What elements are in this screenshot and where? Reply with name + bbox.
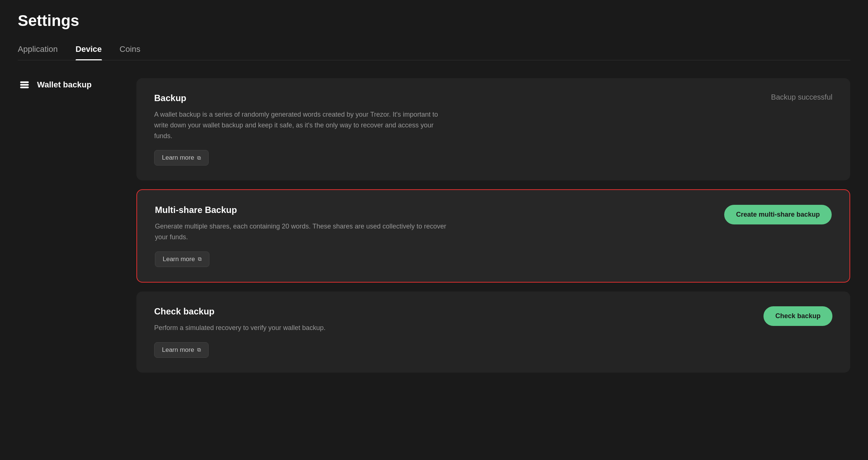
content-area: Backup A wallet backup is a series of ra… [136,78,850,442]
create-multishare-backup-button[interactable]: Create multi-share backup [724,205,832,224]
svg-rect-1 [21,84,29,85]
page-title: Settings [18,12,850,30]
multishare-learn-more-label: Learn more [163,256,195,263]
sidebar: Wallet backup [18,78,136,442]
backup-card-left: Backup A wallet backup is a series of ra… [154,93,451,166]
tab-device[interactable]: Device [76,40,102,60]
multishare-learn-more-button[interactable]: Learn more ⧉ [155,251,209,267]
check-backup-card-right: Check backup [729,306,832,326]
sidebar-item-wallet-backup[interactable]: Wallet backup [18,78,136,91]
app-container: Settings Application Device Coins Wallet… [0,0,868,460]
check-backup-card: Check backup Perform a simulated recover… [136,291,850,373]
svg-rect-2 [21,87,29,88]
header: Settings Application Device Coins [0,0,868,60]
backup-card-description: A wallet backup is a series of randomly … [154,109,451,141]
multishare-card-description: Generate multiple shares, each containin… [155,221,451,243]
backup-card-right: Backup successful [729,93,832,101]
tab-application[interactable]: Application [18,40,58,60]
multishare-card-title: Multi-share Backup [155,205,451,215]
check-backup-card-title: Check backup [154,306,451,317]
check-backup-external-link-icon: ⧉ [197,347,201,353]
multishare-card-right: Create multi-share backup [724,205,832,224]
multishare-card-left: Multi-share Backup Generate multiple sha… [155,205,451,267]
list-icon [18,78,31,91]
check-backup-button[interactable]: Check backup [763,306,832,326]
backup-status: Backup successful [771,93,832,101]
multishare-backup-card: Multi-share Backup Generate multiple sha… [136,189,850,283]
backup-card: Backup A wallet backup is a series of ra… [136,78,850,180]
sidebar-item-label: Wallet backup [37,80,92,90]
tabs-nav: Application Device Coins [18,40,850,60]
check-backup-card-description: Perform a simulated recovery to verify y… [154,323,451,333]
external-link-icon: ⧉ [197,155,201,161]
svg-rect-0 [21,82,29,83]
check-backup-learn-more-button[interactable]: Learn more ⧉ [154,342,209,358]
backup-learn-more-button[interactable]: Learn more ⧉ [154,150,209,166]
main-content: Wallet backup Backup A wallet backup is … [0,60,868,460]
backup-learn-more-label: Learn more [162,154,194,161]
check-backup-card-left: Check backup Perform a simulated recover… [154,306,451,358]
multishare-external-link-icon: ⧉ [198,256,202,262]
check-backup-learn-more-label: Learn more [162,346,194,354]
backup-card-title: Backup [154,93,451,103]
tab-coins[interactable]: Coins [120,40,140,60]
